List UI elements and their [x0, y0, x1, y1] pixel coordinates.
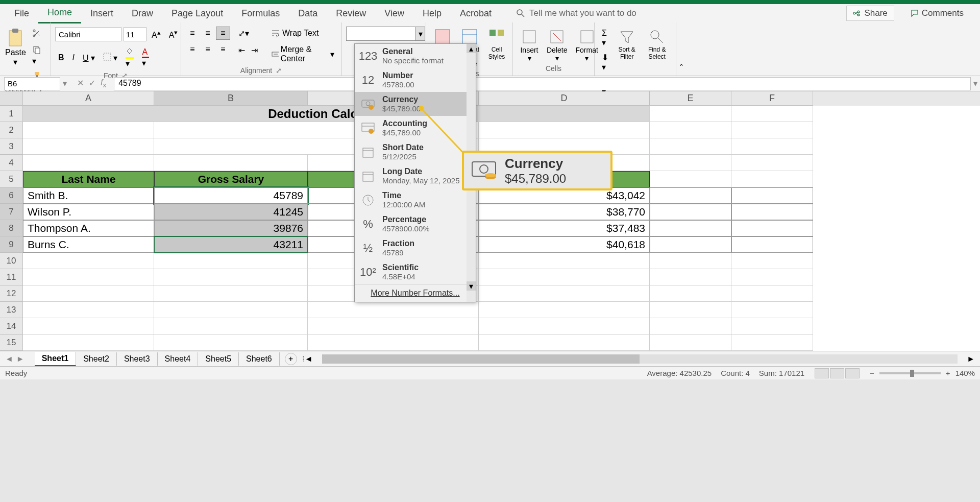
cell[interactable] — [731, 269, 813, 285]
name-box[interactable] — [4, 77, 60, 90]
row-header[interactable]: 7 — [0, 204, 23, 220]
cell[interactable] — [308, 334, 479, 351]
cell-net[interactable]: $38,770 — [479, 204, 650, 220]
page-layout-view-button[interactable] — [830, 368, 844, 378]
row-header[interactable]: 12 — [0, 285, 23, 302]
cell[interactable] — [479, 269, 650, 285]
cell[interactable] — [650, 204, 731, 220]
fill-button[interactable]: ⬇ ▾ — [599, 51, 611, 74]
cell[interactable] — [731, 171, 813, 187]
italic-button[interactable]: I — [69, 51, 78, 64]
cell[interactable] — [154, 302, 308, 318]
cell-name[interactable]: Burns C. — [23, 236, 154, 253]
cell[interactable] — [731, 138, 813, 155]
cell[interactable] — [650, 187, 731, 204]
comments-button[interactable]: Comments — [904, 6, 970, 21]
row-header[interactable]: 4 — [0, 155, 23, 171]
header-lastname[interactable]: Last Name — [23, 171, 154, 187]
row-header[interactable]: 2 — [0, 122, 23, 138]
cell[interactable] — [479, 122, 650, 138]
cell[interactable] — [308, 302, 479, 318]
cell[interactable] — [23, 138, 154, 155]
col-header-b[interactable]: B — [154, 91, 308, 106]
select-all-button[interactable] — [0, 91, 23, 106]
cell[interactable] — [731, 302, 813, 318]
cell[interactable] — [23, 302, 154, 318]
cell[interactable] — [731, 334, 813, 351]
name-box-dropdown[interactable]: ▾ — [60, 79, 69, 88]
cell[interactable] — [154, 334, 308, 351]
zoom-in-button[interactable]: + — [946, 369, 950, 377]
font-name-combo[interactable] — [55, 27, 121, 41]
cell[interactable] — [650, 269, 731, 285]
row-header[interactable]: 3 — [0, 138, 23, 155]
sheet-tab[interactable]: Sheet5 — [198, 352, 239, 366]
cell[interactable] — [650, 106, 731, 122]
cell[interactable] — [650, 285, 731, 302]
autosum-button[interactable]: Σ ▾ — [599, 27, 611, 50]
hscroll-left[interactable]: ◄ — [305, 354, 313, 364]
cell-name[interactable]: Smith B. — [23, 187, 154, 204]
tab-home[interactable]: Home — [38, 3, 81, 23]
cell[interactable] — [731, 187, 813, 204]
format-short-date[interactable]: Short Date5/12/2025 — [355, 140, 476, 164]
number-format-combo[interactable]: ▾ — [346, 27, 425, 41]
zoom-level[interactable]: 140% — [955, 369, 975, 377]
format-accounting[interactable]: Accounting$45,789.00 — [355, 116, 476, 140]
cell[interactable] — [650, 236, 731, 253]
cell[interactable] — [650, 171, 731, 187]
col-header-e[interactable]: E — [650, 91, 731, 106]
cell-gross[interactable]: 39876 — [154, 220, 308, 236]
cell[interactable] — [23, 269, 154, 285]
format-time[interactable]: Time12:00:00 AM — [355, 188, 476, 212]
row-header[interactable]: 11 — [0, 269, 23, 285]
cell[interactable] — [479, 285, 650, 302]
cell[interactable] — [650, 138, 731, 155]
cell-gross[interactable]: 41245 — [154, 204, 308, 220]
cell[interactable] — [154, 285, 308, 302]
cell[interactable] — [650, 302, 731, 318]
cell-gross[interactable]: 45789 — [154, 187, 308, 204]
paste-button[interactable]: Paste ▾ — [4, 27, 27, 68]
borders-button[interactable]: ▾ — [100, 51, 120, 65]
more-number-formats[interactable]: More Number Formats... — [355, 284, 476, 302]
tab-help[interactable]: Help — [413, 4, 451, 23]
cell[interactable] — [23, 285, 154, 302]
bold-button[interactable]: B — [55, 51, 67, 64]
zoom-slider[interactable] — [879, 372, 941, 374]
font-size-combo[interactable] — [124, 27, 146, 41]
row-header[interactable]: 6 — [0, 187, 23, 204]
cell[interactable] — [731, 122, 813, 138]
align-bottom-button[interactable]: ≡ — [216, 27, 230, 40]
decrease-indent-button[interactable]: ⇤ — [235, 43, 248, 57]
hscroll-right[interactable]: ► — [967, 354, 975, 364]
format-fraction[interactable]: ½ Fraction45789 — [355, 236, 476, 260]
format-scientific[interactable]: 10² Scientific4.58E+04 — [355, 260, 476, 284]
format-currency[interactable]: Currency$45,789.00 — [355, 92, 476, 116]
cell-styles-button[interactable]: Cell Styles — [484, 27, 509, 61]
cell[interactable] — [154, 269, 308, 285]
tab-file[interactable]: File — [5, 4, 38, 23]
cell[interactable] — [23, 253, 154, 269]
share-button[interactable]: Share — [846, 6, 894, 21]
align-left-button[interactable]: ≡ — [185, 43, 200, 56]
row-header[interactable]: 1 — [0, 106, 23, 122]
format-percentage[interactable]: % Percentage4578900.00% — [355, 212, 476, 236]
underline-button[interactable]: U ▾ — [80, 51, 98, 65]
cell-net[interactable]: $37,483 — [479, 220, 650, 236]
sort-filter-button[interactable]: Sort & Filter — [614, 27, 640, 61]
cell[interactable] — [650, 253, 731, 269]
cell[interactable] — [650, 122, 731, 138]
merge-center-button[interactable]: Merge & Center ▾ — [268, 43, 337, 65]
format-long-date[interactable]: Long DateMonday, May 12, 2025 — [355, 164, 476, 188]
cell[interactable] — [23, 122, 154, 138]
wrap-text-button[interactable]: Wrap Text — [268, 27, 337, 40]
cell[interactable] — [731, 155, 813, 171]
cell[interactable] — [479, 302, 650, 318]
zoom-out-button[interactable]: − — [870, 369, 874, 377]
cell[interactable] — [308, 318, 479, 334]
cell-name[interactable]: Wilson P. — [23, 204, 154, 220]
cell-net[interactable]: $40,618 — [479, 236, 650, 253]
copy-button[interactable]: ▾ — [29, 43, 46, 68]
cell[interactable] — [479, 318, 650, 334]
